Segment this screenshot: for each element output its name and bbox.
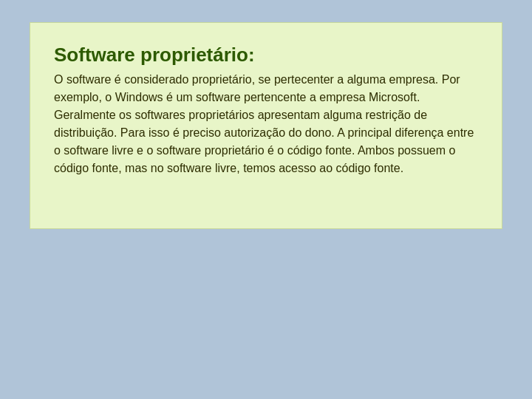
card-inline-text: O software é considerado proprietário, s… [54,71,478,177]
title-line: Software proprietário: O software é cons… [54,44,478,177]
content-card: Software proprietário: O software é cons… [30,22,502,229]
card-title: Software proprietário: [54,44,255,66]
